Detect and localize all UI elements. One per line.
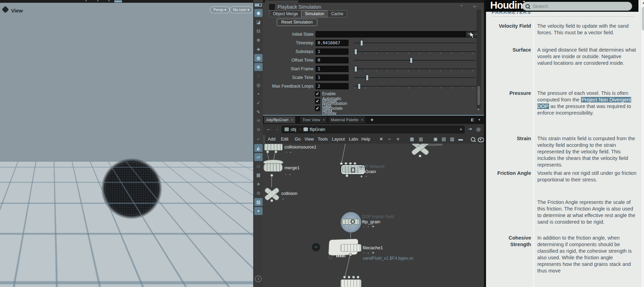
node-badges[interactable]: ◔ ▪: [285, 151, 292, 154]
search-input[interactable]: [532, 2, 627, 10]
node-output-connector[interactable]: [270, 199, 273, 202]
grid-view-icon[interactable]: ▦: [410, 136, 414, 142]
ghost-other-objects-icon[interactable]: ◌: [254, 72, 263, 80]
node-output-connector[interactable]: [345, 174, 349, 177]
menubar-handle[interactable]: [263, 135, 266, 144]
bypass-badge[interactable]: −: [312, 243, 320, 251]
wrench-tool-icon[interactable]: ✕: [379, 136, 383, 142]
scale-time-slider[interactable]: [354, 74, 476, 81]
docs-search-box[interactable]: [522, 2, 632, 11]
show-selected-only-icon[interactable]: ⊗: [254, 36, 263, 44]
node-input-connector[interactable]: [340, 162, 343, 165]
node-input-connector[interactable]: [356, 276, 360, 279]
pane-tab-tree-view[interactable]: Tree View×: [300, 116, 327, 123]
network-editor[interactable]: collisionsource1 ◔ ▪ merge1 ◔ ▪ collisio…: [263, 144, 484, 287]
param-pointer-icon[interactable]: ▻: [474, 3, 477, 9]
close-icon[interactable]: ×: [361, 118, 363, 122]
close-icon[interactable]: ×: [323, 118, 325, 122]
pane-split-icon[interactable]: ◧: [471, 117, 474, 122]
copy-parameters-icon[interactable]: ▣: [433, 136, 438, 142]
initial-state-input[interactable]: [316, 31, 465, 37]
node-badges[interactable]: ◔ ▪ ⚑: [363, 251, 376, 255]
node-badges[interactable]: ▪: [282, 197, 284, 201]
provide-data-hints-checkbox[interactable]: ✓: [315, 99, 320, 104]
node-collision[interactable]: [264, 187, 280, 200]
node-badges[interactable]: ◔ ▪ ⚑: [363, 225, 376, 228]
headlight-icon[interactable]: ◍: [254, 54, 263, 62]
visibility-icon[interactable]: [478, 137, 484, 142]
menu-edit[interactable]: Edit: [281, 137, 289, 142]
back-icon[interactable]: ←: [266, 126, 271, 132]
max-feedback-loops-slider[interactable]: [354, 83, 476, 89]
enable-automatic-resimulation-checkbox[interactable]: ✓: [315, 91, 320, 97]
menu-labs[interactable]: Labs: [349, 137, 358, 142]
toolbar-collapse-handle[interactable]: [255, 3, 262, 7]
scene-viewport[interactable]: View Persp ▾ No cam ▾: [0, 3, 253, 287]
node-output-connector[interactable]: [349, 253, 352, 256]
scene-lights-icon[interactable]: ◈: [254, 45, 263, 53]
layout-grid-icon[interactable]: ▥: [419, 136, 423, 142]
view-tool-icon[interactable]: ◉: [254, 9, 263, 17]
validate-display-icon[interactable]: ✓: [254, 99, 263, 107]
shelf-chevron-icon[interactable]: ▼: [85, 0, 88, 2]
node-badges[interactable]: ◔ ▪: [284, 173, 291, 176]
pane-menu-icon[interactable]: ▼: [478, 118, 481, 122]
menu-view[interactable]: View: [305, 137, 314, 142]
node-output-connector[interactable]: [418, 154, 422, 158]
notes-icon[interactable]: ▤: [442, 136, 446, 142]
node-output-connector[interactable]: [266, 150, 269, 153]
reflections-icon[interactable]: ◇: [254, 162, 263, 170]
tab-cache[interactable]: Cache: [327, 10, 347, 17]
node-partial-bottom[interactable]: [341, 279, 361, 287]
shelf-chevron-icon[interactable]: ▼: [96, 0, 99, 2]
substeps-slider[interactable]: [354, 48, 476, 55]
tab-object-merge[interactable]: Object Merge: [269, 10, 302, 17]
scale-time-input[interactable]: 1: [316, 74, 349, 81]
parameter-scrollbar[interactable]: [477, 10, 481, 108]
node-activation-toggle[interactable]: [269, 4, 275, 10]
menu-go[interactable]: Go: [295, 137, 301, 142]
menu-add[interactable]: Add: [268, 137, 275, 142]
menu-help[interactable]: Help: [361, 137, 370, 142]
add-image-icon[interactable]: ▧: [450, 136, 454, 142]
timestep-input[interactable]: 0.0416667: [316, 40, 349, 46]
camera-menu-button[interactable]: No cam ▾: [230, 7, 253, 13]
interpolate-display-data-checkbox[interactable]: ✓: [315, 106, 320, 111]
follow-target-icon[interactable]: ◎: [476, 126, 480, 132]
node-collisionsource1[interactable]: [264, 144, 283, 151]
scrollbar-thumb[interactable]: [477, 86, 480, 105]
path-dropdown-icon[interactable]: ▼: [459, 128, 462, 131]
menu-layout[interactable]: Layout: [332, 137, 345, 142]
point-display-icon[interactable]: •: [254, 90, 263, 98]
tab-simulation[interactable]: Simulation: [301, 10, 328, 17]
show-handles-icon[interactable]: ⊕: [254, 63, 263, 71]
primitive-numbers-icon[interactable]: ¹²: [254, 126, 263, 134]
data-stack-icon[interactable]: ▬: [458, 136, 463, 142]
draw-tool-icon[interactable]: ✎: [254, 108, 263, 116]
timestep-slider[interactable]: [354, 40, 476, 46]
node-input-connector[interactable]: [343, 276, 346, 279]
breadcrumb-root[interactable]: obj: [291, 127, 296, 132]
scrollbar-thumb[interactable]: [642, 7, 644, 30]
node-badges[interactable]: ◆ ▪: [360, 174, 368, 178]
substeps-input[interactable]: 1: [316, 48, 349, 55]
node-output-connector[interactable]: [349, 227, 351, 229]
docs-scrollbar[interactable]: ▲: [641, 0, 644, 287]
scroll-up-icon[interactable]: ▲: [641, 1, 644, 5]
node-output-connector[interactable]: [270, 174, 273, 177]
max-feedback-loops-input[interactable]: 2: [316, 83, 349, 89]
align-icon[interactable]: ⌐: [388, 136, 391, 142]
node-merge1[interactable]: [263, 163, 283, 172]
reset-simulation-button[interactable]: Reset Simulation: [277, 19, 317, 26]
start-frame-input[interactable]: 1: [316, 66, 349, 72]
node-input-connector[interactable]: [353, 162, 356, 165]
node-output-connector[interactable]: [274, 150, 277, 153]
breadcrumb-current[interactable]: flipGrain: [310, 127, 325, 132]
pane-tab-network[interactable]: /obj/flipGrain×: [264, 116, 295, 123]
offset-time-slider[interactable]: [354, 57, 476, 63]
display-terrain-icon[interactable]: ◭: [254, 144, 263, 152]
node-input-connector[interactable]: [347, 276, 351, 279]
info-icon[interactable]: i: [255, 276, 262, 282]
collapsed-shelf-strip[interactable]: ▼ ▼ ▼: [0, 0, 253, 3]
add-tab-button[interactable]: +: [369, 116, 376, 123]
